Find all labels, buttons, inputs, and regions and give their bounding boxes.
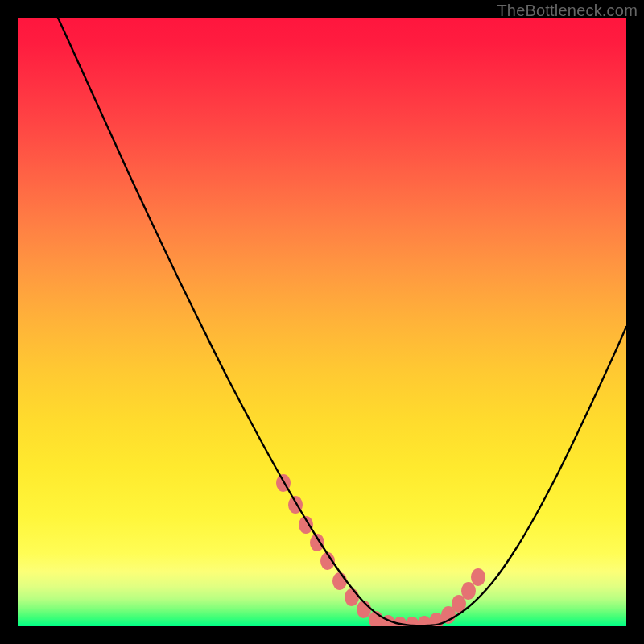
gradient-background — [18, 18, 626, 626]
chart-frame — [18, 18, 626, 626]
watermark-text: TheBottleneck.com — [497, 2, 638, 20]
plot-area — [18, 18, 626, 626]
